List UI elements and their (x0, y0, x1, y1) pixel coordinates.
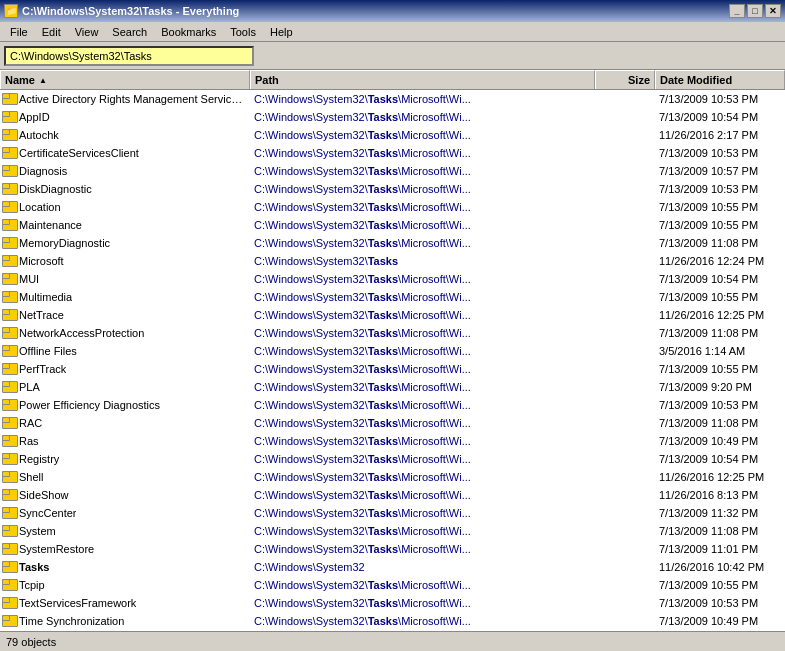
file-name-label: System (19, 525, 56, 537)
table-row[interactable]: TcpipC:\Windows\System32\Tasks\Microsoft… (0, 576, 785, 594)
file-name-label: SystemRestore (19, 543, 94, 555)
table-row[interactable]: NetworkAccessProtectionC:\Windows\System… (0, 324, 785, 342)
col-header-name[interactable]: Name ▲ (0, 70, 250, 89)
table-row[interactable]: MemoryDiagnosticC:\Windows\System32\Task… (0, 234, 785, 252)
app-icon: 📁 (4, 4, 18, 18)
table-row[interactable]: RegistryC:\Windows\System32\Tasks\Micros… (0, 450, 785, 468)
table-row[interactable]: DiskDiagnosticC:\Windows\System32\Tasks\… (0, 180, 785, 198)
file-path-label: C:\Windows\System32\Tasks\Microsoft\Wi..… (250, 93, 595, 105)
menu-search[interactable]: Search (106, 25, 153, 39)
col-header-path[interactable]: Path (250, 70, 595, 89)
file-name-cell: TextServicesFramework (0, 597, 250, 609)
table-row[interactable]: TextServicesFrameworkC:\Windows\System32… (0, 594, 785, 612)
table-row[interactable]: CertificateServicesClientC:\Windows\Syst… (0, 144, 785, 162)
folder-icon (2, 291, 16, 303)
file-path-label: C:\Windows\System32\Tasks\Microsoft\Wi..… (250, 237, 595, 249)
file-path-label: C:\Windows\System32\Tasks\Microsoft\Wi..… (250, 435, 595, 447)
file-path-label: C:\Windows\System32\Tasks\Microsoft\Wi..… (250, 381, 595, 393)
address-input[interactable] (4, 46, 254, 66)
file-date-label: 7/13/2009 10:49 PM (655, 435, 785, 447)
table-row[interactable]: PLAC:\Windows\System32\Tasks\Microsoft\W… (0, 378, 785, 396)
file-name-label: Autochk (19, 129, 59, 141)
table-row[interactable]: SyncCenterC:\Windows\System32\Tasks\Micr… (0, 504, 785, 522)
menu-tools[interactable]: Tools (224, 25, 262, 39)
table-row[interactable]: MaintenanceC:\Windows\System32\Tasks\Mic… (0, 216, 785, 234)
file-name-cell: MemoryDiagnostic (0, 237, 250, 249)
file-name-label: PerfTrack (19, 363, 66, 375)
col-header-date[interactable]: Date Modified (655, 70, 785, 89)
menu-edit[interactable]: Edit (36, 25, 67, 39)
table-row[interactable]: TasksC:\Windows\System3211/26/2016 10:42… (0, 558, 785, 576)
file-path-label: C:\Windows\System32\Tasks\Microsoft\Wi..… (250, 129, 595, 141)
table-row[interactable]: Active Directory Rights Management Servi… (0, 90, 785, 108)
table-row[interactable]: ShellC:\Windows\System32\Tasks\Microsoft… (0, 468, 785, 486)
table-row[interactable]: DiagnosisC:\Windows\System32\Tasks\Micro… (0, 162, 785, 180)
file-name-cell: Multimedia (0, 291, 250, 303)
file-date-label: 7/13/2009 10:49 PM (655, 615, 785, 627)
table-row[interactable]: NetTraceC:\Windows\System32\Tasks\Micros… (0, 306, 785, 324)
file-path-label: C:\Windows\System32\Tasks\Microsoft\Wi..… (250, 165, 595, 177)
file-path-label: C:\Windows\System32\Tasks\Microsoft\Wi..… (250, 615, 595, 627)
folder-icon (2, 435, 16, 447)
table-row[interactable]: SystemC:\Windows\System32\Tasks\Microsof… (0, 522, 785, 540)
file-date-label: 7/13/2009 10:55 PM (655, 363, 785, 375)
file-date-label: 3/5/2016 1:14 AM (655, 345, 785, 357)
table-row[interactable]: Power Efficiency DiagnosticsC:\Windows\S… (0, 396, 785, 414)
menu-bookmarks[interactable]: Bookmarks (155, 25, 222, 39)
table-row[interactable]: Time SynchronizationC:\Windows\System32\… (0, 612, 785, 630)
file-name-cell: NetTrace (0, 309, 250, 321)
folder-icon (2, 579, 16, 591)
folder-icon (2, 345, 16, 357)
folder-icon (2, 237, 16, 249)
file-name-cell: SyncCenter (0, 507, 250, 519)
table-row[interactable]: Offline FilesC:\Windows\System32\Tasks\M… (0, 342, 785, 360)
menu-file[interactable]: File (4, 25, 34, 39)
file-name-cell: Autochk (0, 129, 250, 141)
maximize-button[interactable]: □ (747, 4, 763, 18)
file-name-label: NetTrace (19, 309, 64, 321)
file-date-label: 7/13/2009 10:53 PM (655, 147, 785, 159)
file-path-label: C:\Windows\System32\Tasks\Microsoft\Wi..… (250, 453, 595, 465)
file-name-label: SyncCenter (19, 507, 76, 519)
folder-icon (2, 525, 16, 537)
menu-help[interactable]: Help (264, 25, 299, 39)
file-date-label: 7/13/2009 10:53 PM (655, 183, 785, 195)
table-row[interactable]: SideShowC:\Windows\System32\Tasks\Micros… (0, 486, 785, 504)
file-name-label: DiskDiagnostic (19, 183, 92, 195)
file-date-label: 7/13/2009 10:55 PM (655, 291, 785, 303)
file-list[interactable]: Active Directory Rights Management Servi… (0, 90, 785, 631)
table-row[interactable]: MicrosoftC:\Windows\System32\Tasks11/26/… (0, 252, 785, 270)
table-row[interactable]: MUIC:\Windows\System32\Tasks\Microsoft\W… (0, 270, 785, 288)
file-name-label: Active Directory Rights Management Servi… (19, 93, 248, 105)
folder-icon (2, 273, 16, 285)
table-row[interactable]: AppIDC:\Windows\System32\Tasks\Microsoft… (0, 108, 785, 126)
folder-icon (2, 93, 16, 105)
file-path-label: C:\Windows\System32\Tasks\Microsoft\Wi..… (250, 147, 595, 159)
file-name-label: Location (19, 201, 61, 213)
table-row[interactable]: AutochkC:\Windows\System32\Tasks\Microso… (0, 126, 785, 144)
file-name-cell: PLA (0, 381, 250, 393)
table-row[interactable]: SystemRestoreC:\Windows\System32\Tasks\M… (0, 540, 785, 558)
file-name-cell: CertificateServicesClient (0, 147, 250, 159)
file-date-label: 7/13/2009 10:55 PM (655, 219, 785, 231)
minimize-button[interactable]: _ (729, 4, 745, 18)
file-name-cell: Registry (0, 453, 250, 465)
table-row[interactable]: LocationC:\Windows\System32\Tasks\Micros… (0, 198, 785, 216)
table-row[interactable]: PerfTrackC:\Windows\System32\Tasks\Micro… (0, 360, 785, 378)
close-button[interactable]: ✕ (765, 4, 781, 18)
col-header-size[interactable]: Size (595, 70, 655, 89)
folder-icon (2, 219, 16, 231)
table-row[interactable]: RasC:\Windows\System32\Tasks\Microsoft\W… (0, 432, 785, 450)
file-name-label: Multimedia (19, 291, 72, 303)
menu-view[interactable]: View (69, 25, 105, 39)
file-name-cell: Shell (0, 471, 250, 483)
file-name-cell: Power Efficiency Diagnostics (0, 399, 250, 411)
folder-icon (2, 417, 16, 429)
file-name-cell: NetworkAccessProtection (0, 327, 250, 339)
file-name-label: Diagnosis (19, 165, 67, 177)
folder-icon (2, 471, 16, 483)
file-date-label: 11/26/2016 8:13 PM (655, 489, 785, 501)
table-row[interactable]: MultimediaC:\Windows\System32\Tasks\Micr… (0, 288, 785, 306)
file-path-label: C:\Windows\System32\Tasks\Microsoft\Wi..… (250, 417, 595, 429)
table-row[interactable]: RACC:\Windows\System32\Tasks\Microsoft\W… (0, 414, 785, 432)
